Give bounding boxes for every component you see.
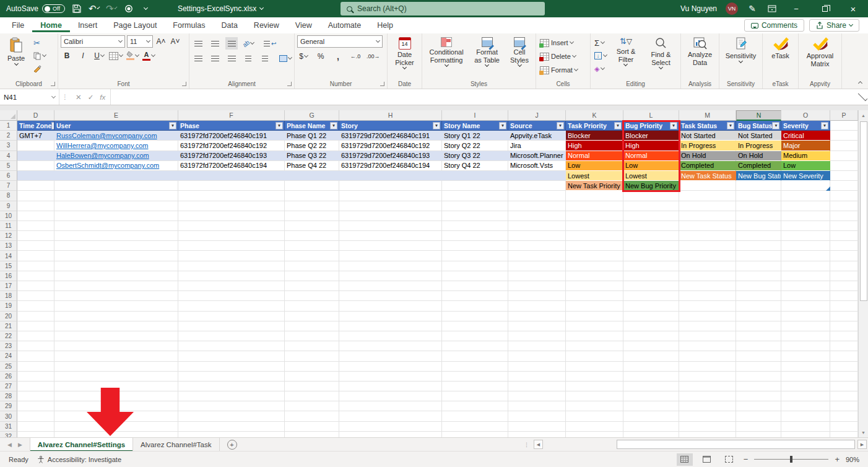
cell-I10[interactable] (442, 211, 508, 221)
cell-P13[interactable] (830, 241, 858, 251)
cell-M13[interactable] (679, 241, 736, 251)
insert-function-button[interactable]: fx (100, 94, 105, 101)
cell-M32[interactable] (679, 432, 736, 437)
filter-button[interactable]: ▼ (499, 122, 506, 129)
cell-G1[interactable]: Phase Name▼ (285, 121, 339, 131)
cell-G9[interactable] (285, 201, 339, 211)
cell-I5[interactable]: Story Q4 22 (442, 161, 508, 171)
row-header-28[interactable]: 28 (0, 391, 17, 401)
cell-M12[interactable] (679, 231, 736, 241)
cell-J19[interactable] (508, 301, 566, 311)
cell-M11[interactable] (679, 221, 736, 231)
cell-F14[interactable] (178, 251, 285, 261)
cell-D26[interactable] (17, 372, 54, 382)
cell-P28[interactable] (830, 391, 858, 401)
cell-K3[interactable]: High (566, 141, 623, 151)
cell-D32[interactable] (17, 432, 54, 437)
cell-styles-button[interactable]: Cell Styles (506, 35, 533, 68)
cell-M27[interactable] (679, 382, 736, 391)
cell-N8[interactable] (736, 191, 781, 201)
tab-formulas[interactable]: Formulas (165, 19, 213, 32)
align-left-button[interactable] (192, 52, 204, 64)
cell-G18[interactable] (285, 291, 339, 301)
save-button[interactable] (71, 3, 82, 14)
cancel-formula-button[interactable]: ✕ (76, 93, 82, 102)
row-header-10[interactable]: 10 (0, 211, 17, 221)
cell-G11[interactable] (285, 221, 339, 231)
cell-K14[interactable] (566, 251, 623, 261)
row-header-23[interactable]: 23 (0, 341, 17, 351)
hyperlink-cell[interactable]: HaleBowen@mycompany.com (56, 152, 149, 159)
cell-L25[interactable] (623, 362, 679, 372)
share-button[interactable]: Share (809, 19, 859, 32)
cell-L22[interactable] (623, 331, 679, 341)
cell-P32[interactable] (830, 432, 858, 437)
cell-O7[interactable] (781, 181, 830, 191)
cell-M23[interactable] (679, 341, 736, 351)
cell-F15[interactable] (178, 261, 285, 271)
cell-O12[interactable] (781, 231, 830, 241)
cell-F31[interactable] (178, 422, 285, 432)
bottom-align-button[interactable] (225, 37, 238, 50)
cell-J29[interactable] (508, 401, 566, 411)
clear-button[interactable]: ◈ (593, 63, 608, 75)
cell-J6[interactable] (508, 171, 566, 181)
cell-H15[interactable] (339, 261, 442, 271)
table-resize-handle[interactable] (826, 186, 830, 191)
cell-O28[interactable] (781, 391, 830, 401)
horizontal-scrollbar[interactable]: ⋮ ◀ ▶ (237, 438, 868, 451)
cell-G21[interactable] (285, 321, 339, 331)
cell-G24[interactable] (285, 351, 339, 361)
cell-D14[interactable] (17, 251, 54, 261)
cell-K32[interactable] (566, 432, 623, 437)
cell-J31[interactable] (508, 422, 566, 432)
cell-M16[interactable] (679, 271, 736, 281)
sheet-tab-active[interactable]: Alvarez Channel#Settings (30, 438, 133, 452)
increase-decimal-button[interactable]: ←.0 (349, 50, 362, 63)
cell-M17[interactable] (679, 281, 736, 291)
cell-D24[interactable] (17, 351, 54, 361)
cell-E9[interactable] (54, 201, 178, 211)
cell-M20[interactable] (679, 312, 736, 321)
filter-button[interactable]: ▼ (276, 122, 283, 129)
cell-F18[interactable] (178, 291, 285, 301)
cell-N28[interactable] (736, 391, 781, 401)
filter-button[interactable]: ▼ (821, 122, 828, 129)
cell-H29[interactable] (339, 401, 442, 411)
row-header-25[interactable]: 25 (0, 362, 17, 372)
cell-I2[interactable]: Story Q1 22 (442, 131, 508, 141)
zoom-slider[interactable] (754, 459, 828, 460)
cell-M3[interactable]: In Progress (679, 141, 736, 151)
cell-P19[interactable] (830, 301, 858, 311)
cell-J24[interactable] (508, 351, 566, 361)
cell-M21[interactable] (679, 321, 736, 331)
tab-insert[interactable]: Insert (70, 19, 105, 32)
row-header-21[interactable]: 21 (0, 321, 17, 331)
cell-M2[interactable]: Not Started (679, 131, 736, 141)
ribbon-display-options-button[interactable] (766, 3, 778, 14)
cell-D27[interactable] (17, 382, 54, 391)
cell-J21[interactable] (508, 321, 566, 331)
cell-F23[interactable] (178, 341, 285, 351)
cell-N15[interactable] (736, 261, 781, 271)
cell-O1[interactable]: Severity▼ (781, 121, 830, 131)
cell-P4[interactable] (830, 151, 858, 161)
cell-K28[interactable] (566, 391, 623, 401)
analyze-data-button[interactable]: Analyze Data (684, 35, 716, 68)
cell-N11[interactable] (736, 221, 781, 231)
cell-E5[interactable]: OsbertSchmidt@mycompany.com (54, 161, 178, 171)
cell-F16[interactable] (178, 271, 285, 281)
cell-E4[interactable]: HaleBowen@mycompany.com (54, 151, 178, 161)
cell-E3[interactable]: WillHerrera@mycompany.com (54, 141, 178, 151)
cell-D18[interactable] (17, 291, 54, 301)
cell-K25[interactable] (566, 362, 623, 372)
cell-N25[interactable] (736, 362, 781, 372)
cell-I20[interactable] (442, 312, 508, 321)
etask-button[interactable]: eTask (767, 35, 794, 62)
cell-L29[interactable] (623, 401, 679, 411)
filter-button[interactable]: ▼ (670, 122, 677, 129)
cell-F2[interactable]: 631972fd7200ef246840c191 (178, 131, 285, 141)
underline-button[interactable]: U (93, 50, 105, 62)
row-header-27[interactable]: 27 (0, 382, 17, 391)
cell-L2[interactable]: Blocker (623, 131, 679, 141)
